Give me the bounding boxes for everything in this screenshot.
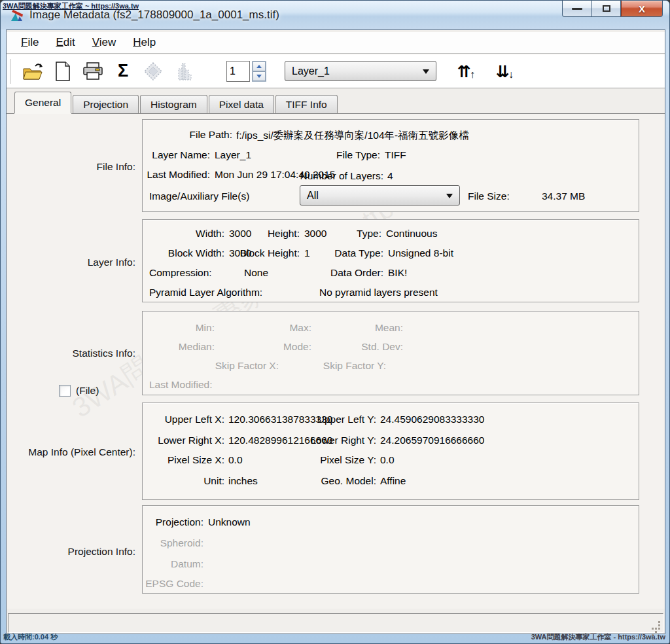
menu-file[interactable]: File: [14, 34, 45, 51]
last-modified-label: Last Modified:: [143, 169, 210, 181]
status-bar: [8, 613, 663, 633]
pyramid-disabled-icon: [143, 62, 163, 81]
min-label: Min:: [143, 322, 215, 334]
toolbar-grip[interactable]: [9, 59, 10, 84]
file-path-value: f:/ips_si/委辦案及任務導向案/104年-福衛五號影像檔: [236, 129, 629, 143]
layer-up-small-icon: ↑: [470, 69, 475, 80]
close-button[interactable]: X: [621, 1, 663, 17]
projection-info-label: Projection Info:: [7, 546, 135, 558]
block-height-label: Block Height:: [231, 247, 300, 259]
general-tab-panel: 3WA問題解決專家工作室 - https://3wa.tw File Info:…: [7, 113, 665, 609]
tab-tiff-info[interactable]: TIFF Info: [275, 95, 338, 113]
number-of-layers-label: Number of Layers:: [273, 170, 383, 182]
pyramid-value: No pyramid layers present: [319, 287, 438, 298]
watermark-top-left: 3WA問題解決專家工作室 ~ https://3wa.tw: [3, 1, 139, 11]
file-path-label: File Path:: [143, 129, 232, 141]
print-button[interactable]: [81, 59, 105, 84]
dropdown-arrow-icon: [423, 69, 429, 74]
resize-grip[interactable]: [651, 620, 660, 630]
file-statistics-checkbox[interactable]: [59, 385, 71, 397]
printer-icon: [83, 62, 103, 80]
lower-right-x-label: Lower Right X:: [143, 435, 224, 446]
watermark-bottom-right: 3WA問題解決專家工作室 - https://3wa.tw: [531, 632, 665, 642]
tab-general[interactable]: General: [14, 92, 71, 113]
window-controls: X: [562, 1, 663, 17]
pyramid-layers-button[interactable]: [141, 59, 165, 84]
spinner-up-icon: [256, 65, 262, 68]
aux-files-label: Image/Auxiliary File(s): [149, 190, 249, 202]
mode-label: Mode:: [241, 341, 311, 353]
lower-right-y-value: 24.2065970916666660: [380, 435, 484, 446]
new-document-button[interactable]: [51, 59, 75, 84]
tab-histogram[interactable]: Histogram: [140, 95, 207, 113]
maximize-button[interactable]: [591, 1, 621, 17]
compression-value: None: [244, 267, 268, 279]
file-size-label: File Size:: [468, 190, 510, 202]
std-dev-label: Std. Dev:: [332, 341, 403, 353]
aux-files-select[interactable]: All: [300, 185, 460, 206]
layer-info-box: Width: 3000 Height: 3000 Type: Continuou…: [142, 219, 639, 302]
skip-factor-x-label: Skip Factor X:: [182, 360, 279, 372]
file-type-value: TIFF: [385, 149, 406, 161]
layer-down-button[interactable]: ⇊ ↓: [496, 63, 514, 80]
statistics-button[interactable]: Σ: [111, 59, 135, 84]
median-label: Median:: [143, 341, 215, 353]
pyramid-label: Pyramid Layer Algorithm:: [149, 287, 262, 298]
pixel-size-y-label: Pixel Size Y:: [273, 454, 376, 466]
pixel-size-x-label: Pixel Size X:: [143, 454, 224, 466]
spinner-up-button[interactable]: [253, 62, 266, 71]
minimize-icon: [572, 8, 582, 10]
toolbar: Σ: [7, 54, 665, 88]
map-info-box: Upper Left X: 120.306631387833330 Upper …: [142, 402, 639, 500]
data-order-label: Data Order:: [309, 267, 383, 279]
map-info-label: Map Info (Pixel Center):: [7, 446, 135, 458]
file-info-label: File Info:: [7, 161, 135, 173]
type-label: Type:: [309, 228, 381, 240]
type-value: Continuous: [386, 228, 437, 240]
unit-value: inches: [228, 475, 258, 487]
menu-bar: File Edit View Help: [7, 32, 665, 54]
pixel-size-y-value: 0.0: [380, 454, 395, 466]
dropdown-arrow-icon: [446, 194, 453, 198]
width-label: Width:: [143, 228, 224, 240]
pixel-size-x-value: 0.0: [228, 454, 243, 466]
layer-info-label: Layer Info:: [7, 257, 135, 268]
sigma-icon: Σ: [118, 62, 128, 80]
layer-name-value: Layer_1: [215, 149, 251, 161]
tab-strip: General Projection Histogram Pixel data …: [7, 91, 665, 113]
menu-view[interactable]: View: [86, 34, 123, 51]
new-document-icon: [55, 62, 71, 81]
spheroid-label: Spheroid:: [143, 537, 203, 549]
height-label: Height:: [231, 228, 300, 240]
max-label: Max:: [241, 322, 311, 334]
spinner-down-icon: [256, 75, 262, 78]
spinner-down-button[interactable]: [253, 71, 266, 81]
mean-label: Mean:: [332, 322, 403, 334]
layer-select[interactable]: Layer_1: [285, 61, 436, 81]
histogram-disabled-icon: [173, 62, 193, 81]
block-width-label: Block Width:: [143, 247, 224, 259]
tab-projection[interactable]: Projection: [73, 95, 139, 113]
layer-up-button[interactable]: ⇈ ↑: [457, 63, 475, 80]
geo-model-label: Geo. Model:: [273, 475, 376, 487]
maximize-icon: [603, 5, 610, 12]
menu-help[interactable]: Help: [126, 34, 162, 51]
menu-edit[interactable]: Edit: [49, 34, 81, 51]
file-size-value: 34.37 MB: [542, 190, 585, 202]
lower-right-y-label: Lower Right Y:: [273, 435, 376, 446]
geo-model-value: Affine: [380, 475, 406, 487]
file-checkbox-label: (File): [76, 385, 99, 397]
compression-label: Compression:: [149, 267, 212, 279]
projection-info-box: Projection: Unknown Spheroid: Datum: EPS…: [142, 505, 639, 594]
number-of-layers-value: 4: [387, 170, 393, 182]
projection-value: Unknown: [208, 516, 251, 528]
epsg-code-label: EPSG Code:: [143, 578, 203, 590]
tab-pixel-data[interactable]: Pixel data: [209, 95, 274, 113]
data-type-value: Unsigned 8-bit: [388, 247, 453, 259]
watermark-bottom-left: 載入時間:0.04 秒: [3, 632, 58, 642]
open-file-button[interactable]: [21, 59, 44, 84]
layer-down-icon: ⇊: [496, 63, 510, 80]
minimize-button[interactable]: [562, 1, 591, 17]
histogram-button[interactable]: [171, 59, 195, 84]
layer-number-input[interactable]: [226, 61, 250, 82]
